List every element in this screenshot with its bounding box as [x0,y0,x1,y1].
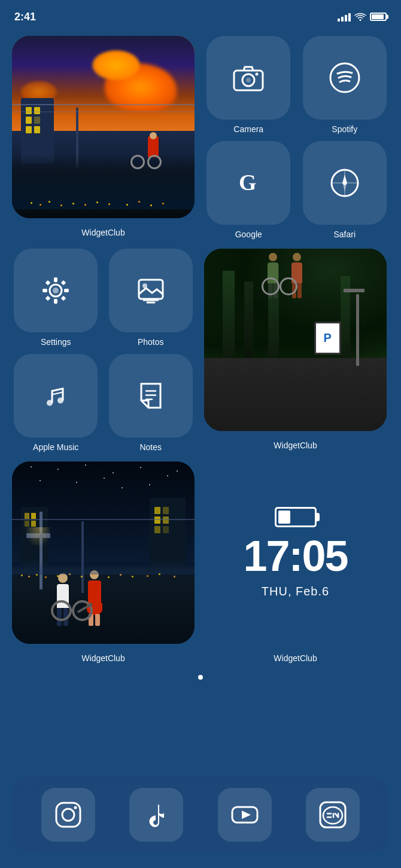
apple-music-label: Apple Music [33,442,78,452]
status-bar: 2:41 [0,0,401,30]
line-icon [318,800,348,830]
widgetclub-widget-1[interactable] [12,36,195,218]
svg-point-5 [330,63,359,92]
signal-icon [338,12,351,22]
battery-icon [370,13,387,21]
settings-icon [40,275,71,306]
svg-rect-18 [45,280,50,285]
status-time: 2:41 [14,11,36,23]
line-dock-app[interactable] [306,788,360,842]
svg-rect-15 [54,299,57,304]
spotify-icon [329,62,360,93]
svg-marker-36 [242,811,251,819]
status-icons [338,12,387,22]
wifi-icon [354,12,366,22]
safari-app[interactable]: Safari [300,141,390,239]
svg-point-12 [343,181,347,185]
settings-app[interactable]: Settings [12,249,100,347]
safari-icon [329,167,360,198]
widgetclub-label-1: WidgetClub [81,228,124,237]
dock [12,776,389,854]
svg-point-13 [53,288,59,294]
apps-grid-row2: Settings Photos [12,249,195,452]
svg-rect-22 [139,280,163,299]
svg-rect-17 [64,289,69,292]
battery-widget-icon [275,507,317,527]
row1: WidgetClub Camera [0,36,401,239]
svg-point-26 [47,400,53,406]
svg-point-0 [360,19,361,21]
widgetclub-widget-3[interactable] [12,461,195,644]
svg-text:G: G [239,170,257,195]
svg-rect-20 [45,296,50,301]
svg-point-3 [246,78,251,82]
instagram-dock-app[interactable] [41,788,95,842]
svg-point-33 [62,809,74,821]
google-app[interactable]: G Google [204,141,293,239]
svg-point-4 [256,72,259,75]
svg-rect-32 [56,803,80,827]
widgetclub-label-2: WidgetClub [274,441,317,450]
camera-icon [233,65,264,91]
notes-label: Notes [139,442,162,452]
google-label: Google [235,230,262,239]
time-display: 17:05 [243,534,347,577]
svg-rect-21 [61,296,66,301]
safari-label: Safari [333,230,356,239]
page-dot-active [198,675,203,680]
tiktok-dock-app[interactable] [129,788,183,842]
photos-icon [135,275,166,306]
apple-music-app[interactable]: Apple Music [12,354,100,452]
youtube-icon [230,800,260,830]
page-dots [0,675,401,686]
svg-rect-14 [54,277,57,282]
google-icon: G [233,167,264,198]
settings-label: Settings [41,337,71,347]
notes-app[interactable]: Notes [107,354,195,452]
spotify-label: Spotify [332,124,357,134]
photos-app[interactable]: Photos [107,249,195,347]
apple-music-icon [40,380,71,411]
tiktok-icon [141,800,171,830]
svg-point-27 [57,398,63,404]
spotify-app[interactable]: Spotify [300,36,390,134]
svg-point-34 [74,806,77,809]
date-display: THU, Feb.6 [262,585,329,598]
instagram-icon [53,800,83,830]
time-widget: 17:05 THU, Feb.6 [204,461,387,644]
widgetclub-label-3: WidgetClub [81,653,124,663]
notes-icon [135,380,166,411]
youtube-dock-app[interactable] [218,788,272,842]
svg-line-28 [52,392,63,395]
camera-label: Camera [233,124,263,134]
svg-rect-16 [42,289,47,292]
camera-app[interactable]: Camera [204,36,293,134]
apps-grid-row1: Camera Spotify G Google [204,36,389,239]
widgetclub-label-4: WidgetClub [274,653,317,663]
widgetclub-widget-2[interactable]: P [204,249,387,431]
row2: Settings Photos [0,249,401,452]
svg-rect-19 [61,280,66,285]
photos-label: Photos [138,337,164,347]
row3: WidgetClub 17:05 THU, Feb.6 WidgetClub [0,461,401,663]
